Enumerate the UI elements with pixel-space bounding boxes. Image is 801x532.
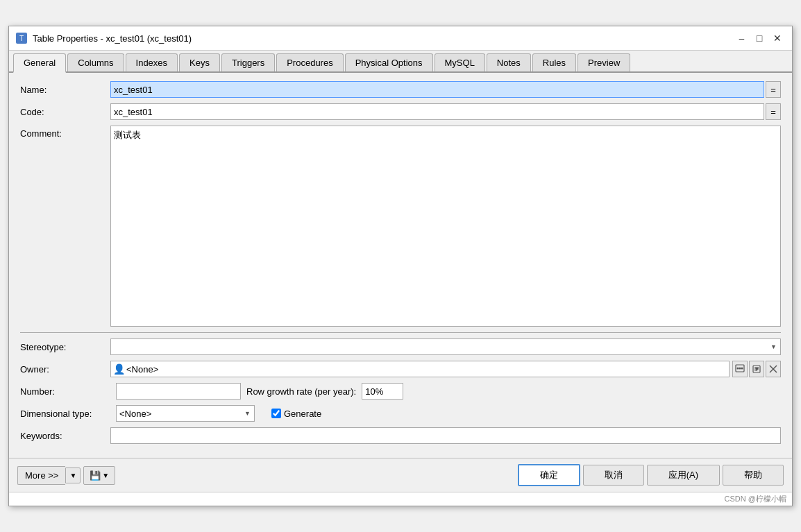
number-label: Number: [20, 386, 110, 397]
titlebar-left: T Table Properties - xc_test01 (xc_test0… [16, 33, 192, 44]
stereotype-select[interactable] [110, 338, 781, 355]
number-row: Number: Row growth rate (per year): [20, 383, 781, 400]
code-input-group: = [110, 103, 781, 120]
keywords-label: Keywords: [20, 431, 110, 441]
tab-mysql[interactable]: MySQL [435, 53, 485, 71]
minimize-button[interactable]: ‒ [734, 31, 749, 46]
number-input[interactable] [116, 383, 241, 400]
watermark-text: CSDN @柠檬小帽 [725, 494, 786, 504]
name-label: Name: [20, 85, 110, 95]
keywords-row: Keywords: [20, 427, 781, 444]
growth-input[interactable] [362, 383, 403, 400]
stereotype-label: Stereotype: [20, 342, 110, 352]
comment-label: Comment: [20, 126, 110, 139]
tab-bar: General Columns Indexes Keys Triggers Pr… [9, 51, 792, 73]
code-eq-button[interactable]: = [766, 103, 781, 120]
dimtype-select[interactable]: <None> [116, 405, 255, 422]
footer: More >> ▼ 💾 ▼ 确定 取消 应用(A) 帮助 [9, 458, 792, 492]
bottom-bar: CSDN @柠檬小帽 [9, 492, 792, 506]
cancel-button[interactable]: 取消 [583, 465, 644, 486]
stereotype-select-wrapper [110, 338, 781, 355]
help-button[interactable]: 帮助 [723, 465, 784, 486]
tab-columns[interactable]: Columns [67, 53, 124, 71]
more-button[interactable]: More >> [17, 466, 65, 485]
svg-point-2 [739, 368, 741, 370]
dimtype-row: Dimensional type: <None> ▼ Generate [20, 405, 781, 422]
clear-icon [768, 364, 778, 374]
generate-checkbox-label[interactable]: Generate [271, 409, 321, 419]
owner-label: Owner: [20, 364, 110, 375]
browse-icon [735, 364, 745, 374]
more-button-group: More >> ▼ [17, 466, 81, 485]
tab-notes[interactable]: Notes [487, 53, 531, 71]
properties-icon [752, 364, 761, 374]
tab-triggers[interactable]: Triggers [221, 53, 275, 71]
code-row: Code: = [20, 103, 781, 120]
disk-icon: 💾 [90, 470, 101, 481]
more-dropdown-button[interactable]: ▼ [65, 467, 81, 483]
tab-general[interactable]: General [13, 53, 66, 73]
owner-user-icon: 👤 [113, 363, 125, 375]
window-controls: ‒ □ ✕ [734, 31, 785, 46]
close-button[interactable]: ✕ [770, 31, 785, 46]
growth-label: Row growth rate (per year): [246, 386, 356, 397]
tab-rules[interactable]: Rules [532, 53, 576, 71]
code-input[interactable] [110, 103, 764, 120]
tab-indexes[interactable]: Indexes [126, 53, 178, 71]
owner-browse-button[interactable] [732, 361, 748, 377]
app-icon: T [16, 33, 27, 44]
separator-1 [20, 332, 781, 333]
keywords-input[interactable] [110, 427, 781, 444]
generate-checkbox[interactable] [271, 409, 281, 418]
comment-row: Comment: 测试表 [20, 126, 781, 327]
owner-properties-button[interactable] [749, 361, 764, 377]
owner-input-area: 👤 <None> ▼ [110, 361, 781, 377]
name-input[interactable] [110, 81, 764, 98]
code-label: Code: [20, 107, 110, 117]
name-input-group: = [110, 81, 781, 98]
main-window: T Table Properties - xc_test01 (xc_test0… [8, 26, 793, 506]
disk-dropdown-icon: ▼ [102, 472, 109, 479]
owner-clear-button[interactable] [766, 361, 781, 377]
svg-point-3 [741, 368, 743, 370]
owner-row: Owner: 👤 <None> ▼ [20, 361, 781, 377]
svg-point-1 [737, 368, 739, 370]
stereotype-row: Stereotype: [20, 338, 781, 355]
dimtype-label: Dimensional type: [20, 409, 110, 419]
form-content: Name: = Code: = Comment: 测试表 Stereotype: [9, 73, 792, 458]
tab-preview[interactable]: Preview [577, 53, 630, 71]
name-row: Name: = [20, 81, 781, 98]
save-button[interactable]: 💾 ▼ [83, 466, 115, 485]
comment-input[interactable]: 测试表 [110, 126, 781, 327]
window-title: Table Properties - xc_test01 (xc_test01) [33, 33, 192, 44]
tab-keys[interactable]: Keys [179, 53, 220, 71]
maximize-button[interactable]: □ [752, 31, 767, 46]
tab-procedures[interactable]: Procedures [276, 53, 343, 71]
tab-physical-options[interactable]: Physical Options [345, 53, 433, 71]
dimtype-select-wrapper: <None> ▼ [116, 405, 255, 422]
owner-select[interactable]: <None> [110, 361, 730, 377]
confirm-button[interactable]: 确定 [518, 464, 580, 486]
titlebar: T Table Properties - xc_test01 (xc_test0… [9, 26, 792, 51]
name-eq-button[interactable]: = [766, 81, 781, 98]
apply-button[interactable]: 应用(A) [647, 465, 720, 486]
generate-label-text: Generate [284, 409, 321, 419]
